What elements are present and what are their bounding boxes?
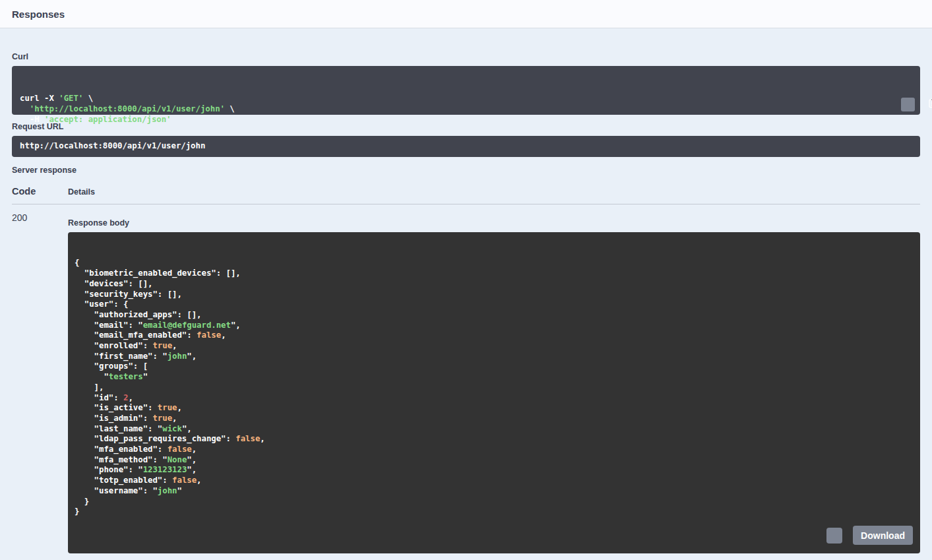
response-body-actions: Download xyxy=(826,526,913,545)
response-row-200: 200 Response body { "biometric_enabled_d… xyxy=(12,204,920,560)
copy-response-button[interactable] xyxy=(826,528,842,544)
curl-command-block: curl -X 'GET' \ 'http://localhost:8000/a… xyxy=(12,66,920,115)
response-body-json: { "biometric_enabled_devices": [], "devi… xyxy=(75,258,914,517)
responses-title: Responses xyxy=(12,9,65,20)
response-headers-label: Response headers xyxy=(68,553,920,560)
download-button[interactable]: Download xyxy=(853,526,913,545)
curl-label: Curl xyxy=(12,28,920,61)
response-table-header-row: Code Details xyxy=(12,175,920,204)
response-body-block: { "biometric_enabled_devices": [], "devi… xyxy=(68,232,920,553)
curl-command-text: curl -X 'GET' \ 'http://localhost:8000/a… xyxy=(20,93,912,125)
swagger-responses-panel: Responses Curl curl -X 'GET' \ 'http://l… xyxy=(0,0,932,560)
details-column-header: Details xyxy=(68,187,920,197)
copy-curl-button[interactable] xyxy=(901,98,915,111)
response-body-label: Response body xyxy=(68,204,920,228)
opblock-body: Curl curl -X 'GET' \ 'http://localhost:8… xyxy=(0,28,932,560)
response-details-cell: Response body { "biometric_enabled_devic… xyxy=(68,204,920,560)
server-response-table: Code Details 200 Response body { "biomet… xyxy=(12,175,920,560)
status-code-200: 200 xyxy=(12,204,68,560)
responses-section-header: Responses xyxy=(0,0,932,28)
clipboard-icon xyxy=(879,88,932,121)
server-response-label: Server response xyxy=(12,157,920,175)
code-column-header: Code xyxy=(12,186,68,197)
